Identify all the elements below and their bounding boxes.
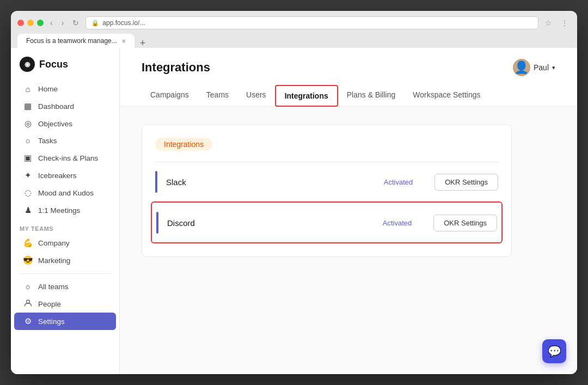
integrations-card: Integrations Slack Activated OKR Setting… [142, 124, 512, 257]
slack-status[interactable]: Activated [384, 178, 413, 186]
integrations-badge: Integrations [155, 138, 212, 151]
sidebar-item-allteams[interactable]: ○ All teams [14, 278, 116, 295]
sidebar-item-checkins[interactable]: ▣ Check-ins & Plans [14, 149, 116, 167]
maximize-button[interactable] [37, 20, 44, 26]
address-bar[interactable]: 🔒 app.focus.io/... [85, 16, 538, 29]
tab-workspace[interactable]: Workspace Settings [404, 85, 489, 107]
sidebar-label-checkins: Check-ins & Plans [38, 154, 98, 162]
logo-icon: ◉ [20, 57, 35, 72]
sidebar-item-marketing[interactable]: 😎 Marketing [14, 252, 116, 269]
chat-fab-button[interactable]: 💬 [542, 339, 566, 363]
sidebar-label-objectives: Objectives [38, 120, 72, 128]
my-teams-label: MY TEAMS [11, 219, 119, 234]
discord-indicator [156, 212, 158, 234]
checkins-icon: ▣ [23, 153, 33, 163]
url-text: app.focus.io/... [102, 19, 145, 27]
tab-users[interactable]: Users [237, 85, 275, 107]
tab-bar: Focus is a teamwork manage... ✕ + [17, 34, 571, 48]
settings-icon: ⚙ [23, 316, 33, 326]
user-dropdown-icon: ▾ [552, 64, 555, 71]
close-button[interactable] [17, 20, 24, 26]
traffic-lights [17, 20, 44, 26]
discord-okr-settings-button[interactable]: OKR Settings [433, 215, 497, 231]
sidebar-label-settings: Settings [38, 317, 65, 326]
tasks-icon: ○ [23, 136, 33, 145]
discord-status[interactable]: Activated [383, 219, 412, 227]
user-menu[interactable]: 👤 Paul ▾ [513, 59, 555, 76]
browser-window: ‹ › ↻ 🔒 app.focus.io/... ☆ ⋮ Focus is a … [11, 11, 577, 374]
slack-name: Slack [166, 178, 384, 187]
sidebar-label-mood: Mood and Kudos [38, 189, 94, 197]
page-tabs: Campaigns Teams Users Integrations Plans… [142, 85, 555, 106]
back-button[interactable]: ‹ [48, 17, 55, 28]
refresh-button[interactable]: ↻ [70, 17, 81, 28]
sidebar-nav: ⌂ Home ▦ Dashboard ◎ Objectives ○ Tasks … [11, 81, 119, 365]
integration-row-slack: Slack Activated OKR Settings [155, 162, 498, 201]
tab-close-icon[interactable]: ✕ [121, 38, 126, 44]
dashboard-icon: ▦ [23, 101, 33, 111]
sidebar-item-tasks[interactable]: ○ Tasks [14, 132, 116, 149]
sidebar-label-company: Company [38, 239, 70, 247]
meetings-icon: ♟ [23, 205, 33, 215]
sidebar-label-allteams: All teams [38, 283, 69, 291]
home-icon: ⌂ [23, 84, 33, 94]
sidebar-label-marketing: Marketing [38, 256, 70, 265]
minimize-button[interactable] [27, 20, 34, 26]
sidebar-label-icebreakers: Icebreakers [38, 172, 77, 180]
sidebar-item-dashboard[interactable]: ▦ Dashboard [14, 97, 116, 115]
browser-chrome: ‹ › ↻ 🔒 app.focus.io/... ☆ ⋮ Focus is a … [11, 11, 577, 48]
new-tab-button[interactable]: + [136, 38, 150, 48]
app-layout: ◉ Focus ⌂ Home ▦ Dashboard ◎ Objectives … [11, 48, 577, 374]
sidebar-item-company[interactable]: 💪 Company [14, 234, 116, 252]
integration-row-discord: Discord Activated OKR Settings [156, 203, 497, 242]
tab-plans[interactable]: Plans & Billing [338, 85, 405, 107]
slack-indicator [155, 171, 157, 193]
sidebar-item-icebreakers[interactable]: ✦ Icebreakers [14, 167, 116, 184]
content-area: Integrations Slack Activated OKR Setting… [120, 107, 577, 274]
bookmark-button[interactable]: ☆ [543, 17, 554, 28]
browser-nav: ‹ › ↻ 🔒 app.focus.io/... ☆ ⋮ [48, 16, 571, 29]
sidebar-item-meetings[interactable]: ♟ 1:1 Meetings [14, 201, 116, 219]
tab-integrations[interactable]: Integrations [275, 85, 338, 107]
marketing-emoji: 😎 [23, 255, 33, 265]
sidebar-label-home: Home [38, 85, 58, 93]
sidebar-label-people: People [38, 300, 61, 308]
icebreakers-icon: ✦ [23, 170, 33, 180]
sidebar-divider [20, 273, 111, 274]
discord-name: Discord [167, 218, 383, 228]
sidebar-item-settings[interactable]: ⚙ Settings [14, 313, 116, 330]
forward-button[interactable]: › [59, 17, 66, 28]
logo-text: Focus [39, 59, 68, 70]
people-icon [23, 299, 33, 309]
sidebar-item-people[interactable]: People [14, 295, 116, 313]
sidebar-label-dashboard: Dashboard [38, 102, 74, 111]
sidebar-item-mood[interactable]: ◌ Mood and Kudos [14, 184, 116, 201]
menu-button[interactable]: ⋮ [559, 17, 571, 28]
sidebar-item-objectives[interactable]: ◎ Objectives [14, 115, 116, 132]
main-content: Integrations 👤 Paul ▾ Campaigns Teams [120, 48, 577, 374]
logo: ◉ Focus [11, 57, 119, 81]
allteams-icon: ○ [23, 282, 33, 291]
mood-icon: ◌ [23, 188, 33, 198]
discord-row-highlight: Discord Activated OKR Settings [151, 201, 503, 243]
tab-teams[interactable]: Teams [198, 85, 237, 107]
chat-icon: 💬 [548, 345, 561, 358]
svg-point-0 [26, 300, 29, 303]
tab-campaigns[interactable]: Campaigns [142, 85, 198, 107]
company-emoji: 💪 [23, 238, 33, 248]
tab-title: Focus is a teamwork manage... [26, 37, 117, 45]
page-header: Integrations 👤 Paul ▾ Campaigns Teams [120, 48, 577, 107]
slack-okr-settings-button[interactable]: OKR Settings [434, 174, 498, 191]
browser-tab-active[interactable]: Focus is a teamwork manage... ✕ [17, 34, 134, 48]
page-title: Integrations [142, 60, 210, 75]
sidebar: ◉ Focus ⌂ Home ▦ Dashboard ◎ Objectives … [11, 48, 120, 374]
user-name: Paul [534, 63, 549, 72]
sidebar-item-home[interactable]: ⌂ Home [14, 81, 116, 97]
objectives-icon: ◎ [23, 119, 33, 129]
page-title-row: Integrations 👤 Paul ▾ [142, 59, 555, 76]
user-avatar: 👤 [513, 59, 530, 76]
sidebar-label-tasks: Tasks [38, 137, 57, 145]
sidebar-label-meetings: 1:1 Meetings [38, 206, 80, 215]
